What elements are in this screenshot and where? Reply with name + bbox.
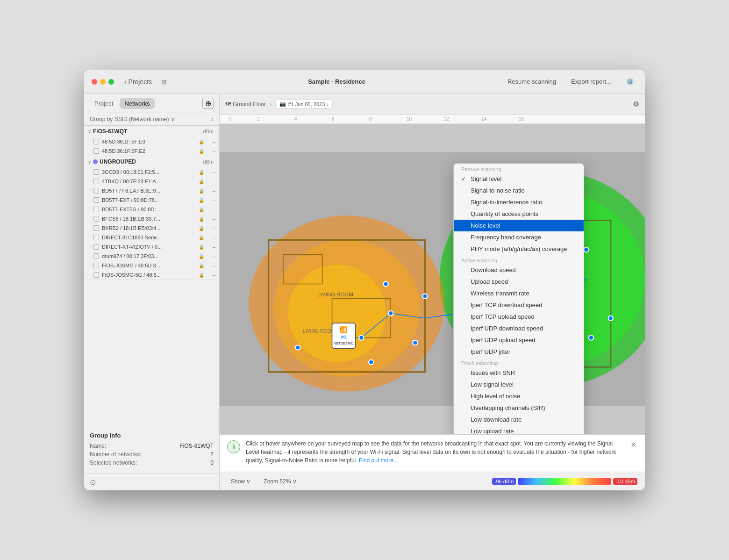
- list-item[interactable]: BD5T7-EXT5G / 90:8D:... 🔒 –: [84, 205, 219, 214]
- titlebar-actions: Resume scanning Export report... ⚙️: [504, 76, 637, 87]
- tab-networks[interactable]: Networks: [120, 98, 154, 109]
- network-checkbox[interactable]: [93, 235, 99, 240]
- dropdown-item-download-speed[interactable]: Download speed: [454, 264, 584, 276]
- resume-scanning-button[interactable]: Resume scanning: [504, 76, 560, 87]
- network-checkbox[interactable]: [93, 179, 99, 184]
- network-checkbox[interactable]: [93, 253, 99, 259]
- network-checkbox[interactable]: [93, 188, 99, 194]
- dropdown-item-issues-snr[interactable]: Issues with SNR: [454, 367, 584, 379]
- close-button[interactable]: [92, 79, 97, 85]
- dropdown-item-qty-ap[interactable]: Quantity of access points: [454, 208, 584, 220]
- dropdown-item-iperf-tcp-ul[interactable]: Iperf TCP upload speed: [454, 311, 584, 323]
- show-button[interactable]: Show ∨: [227, 476, 254, 487]
- dropdown-label-low-download: Low download rate: [471, 416, 576, 423]
- network-checkbox[interactable]: [93, 207, 99, 212]
- add-tab-icon[interactable]: ⊕: [202, 98, 214, 109]
- dropdown-label-issues-snr: Issues with SNR: [471, 369, 576, 376]
- dropdown-item-wireless-transmit[interactable]: Wireless transmit rate: [454, 287, 584, 299]
- network-mac: 4TBXQ / 00:7F:28:E1:A...: [102, 179, 199, 184]
- dropdown-label-overlapping: Overlapping channels (SIR): [471, 404, 576, 411]
- info-close-button[interactable]: ✕: [629, 439, 637, 450]
- svg-point-30: [369, 360, 373, 365]
- maximize-button[interactable]: [108, 79, 114, 85]
- network-checkbox[interactable]: [93, 272, 99, 278]
- dropdown-item-iperf-udp-dl[interactable]: Iperf UDP download speed: [454, 323, 584, 334]
- layout-icon-button[interactable]: ⊞: [158, 77, 170, 86]
- dropdown-menu[interactable]: Passive scanning ✓ Signal level Signal-t…: [453, 163, 584, 434]
- network-checkbox[interactable]: [93, 169, 99, 175]
- dropdown-label-iperf-tcp-dl: Iperf TCP download speed: [471, 302, 576, 309]
- tab-project[interactable]: Project: [90, 98, 118, 109]
- list-item[interactable]: BD5T7 / F8:E4:FB:3E:9... 🔒 –: [84, 186, 219, 195]
- group-info-row-selected: Selected networks: 0: [90, 459, 214, 466]
- network-mac: BD5T7-EXT5G / 90:8D:...: [102, 207, 199, 212]
- dropdown-item-high-noise[interactable]: High level of noise: [454, 390, 584, 402]
- network-group-header-ungrouped[interactable]: ∨ UNGROUPED dBm: [84, 156, 219, 167]
- list-item[interactable]: DIRECT-KT-VIZIOTV / 0... 🔒 –: [84, 242, 219, 251]
- list-item[interactable]: BXRB2 / 18:1B:EB:03:4... 🔒 –: [84, 223, 219, 233]
- dropdown-item-low-signal[interactable]: Low signal level: [454, 379, 584, 390]
- lock-icon: 🔒: [199, 273, 204, 278]
- network-checkbox[interactable]: [93, 197, 99, 203]
- list-item[interactable]: FiOS-JOSMG / 48:5D:3... 🔒 –: [84, 261, 219, 270]
- lock-icon: 🔒: [199, 263, 204, 268]
- sidebar-collapse-button[interactable]: ⊙: [90, 478, 96, 487]
- settings-icon-button[interactable]: ⚙️: [622, 76, 637, 87]
- list-item[interactable]: 48:5D:36:1F:5F:E2 🔒 –: [84, 146, 219, 156]
- filter-icon-button[interactable]: ⚙: [633, 100, 639, 108]
- network-checkbox[interactable]: [93, 244, 99, 250]
- dropdown-item-snr[interactable]: Signal-to-noise ratio: [454, 185, 584, 196]
- scan-selector-button[interactable]: 📷 #1 Jun 05, 2023 ›: [275, 100, 333, 108]
- network-signal: –: [206, 188, 215, 194]
- dropdown-item-iperf-udp-jitter[interactable]: Iperf UDP jitter: [454, 346, 584, 358]
- info-link[interactable]: Find out more...: [359, 457, 398, 464]
- dropdown-item-low-upload[interactable]: Low upload rate: [454, 425, 584, 434]
- group-by-label[interactable]: Group by SSID (Network name) ∨: [90, 116, 175, 122]
- dropdown-item-phy-mode[interactable]: PHY mode (a/b/g/n/ac/ax) coverage: [454, 243, 584, 255]
- zoom-button[interactable]: Zoom 52% ∨: [260, 476, 300, 487]
- list-item[interactable]: 4TBXQ / 00:7F:28:E1:A... 🔒 –: [84, 177, 219, 186]
- ruler-label-14: 14: [481, 116, 486, 122]
- traffic-lights: [92, 79, 114, 85]
- dropdown-item-upload-speed[interactable]: Upload speed: [454, 276, 584, 287]
- dropdown-item-iperf-udp-ul[interactable]: Iperf UDP upload speed: [454, 334, 584, 346]
- lock-icon: 🔒: [199, 149, 204, 154]
- dropdown-item-sir[interactable]: Signal-to-interference ratio: [454, 196, 584, 208]
- network-mac: 48:5D:36:1F:5F:E0: [102, 139, 199, 144]
- group-info-name-label: Name:: [90, 443, 106, 449]
- network-checkbox[interactable]: [93, 263, 99, 268]
- network-signal: –: [206, 179, 215, 184]
- list-item[interactable]: drum974 / 00:17:3F:03... 🔒 –: [84, 251, 219, 261]
- list-item[interactable]: 48:5D:36:1F:5F:E0 🔒 –: [84, 137, 219, 146]
- list-item[interactable]: 3OCD3 / 00:18:01:F2:5... 🔒 –: [84, 167, 219, 177]
- list-item[interactable]: BD5T7-EXT / 90:8D:78... 🔒 –: [84, 195, 219, 205]
- dropdown-item-noise-level[interactable]: Noise level: [454, 220, 584, 231]
- scale-min-label: -96 dBm: [492, 478, 516, 485]
- dropdown-item-overlapping[interactable]: Overlapping channels (SIR): [454, 402, 584, 414]
- lock-icon: 🔒: [199, 179, 204, 184]
- minimize-button[interactable]: [100, 79, 106, 85]
- dropdown-label-low-signal: Low signal level: [471, 381, 576, 388]
- list-item[interactable]: FiOS-JOSMG-5G / 48:5... 🔒 –: [84, 270, 219, 280]
- list-item[interactable]: DIRECT-81C1860 Serie... 🔒 –: [84, 233, 219, 242]
- network-checkbox[interactable]: [93, 225, 99, 231]
- list-item[interactable]: BFCS6 / 18:1B:EB:33:7... 🔒 –: [84, 214, 219, 223]
- map-canvas[interactable]: LIVING ROOM LIVING ROOM: [220, 124, 645, 434]
- dropdown-item-iperf-tcp-dl[interactable]: Iperf TCP download speed: [454, 299, 584, 311]
- export-report-button[interactable]: Export report...: [567, 76, 615, 87]
- dropdown-item-freq-band[interactable]: Frequency band coverage: [454, 231, 584, 243]
- window-title: Sample - Residence: [173, 78, 500, 85]
- network-mac: BD5T7 / F8:E4:FB:3E:9...: [102, 188, 199, 194]
- scan-chevron: ›: [327, 101, 329, 107]
- network-group-header-fios[interactable]: ∨ FiOS-61WQT dBm: [84, 126, 219, 137]
- floor-selector-button[interactable]: 🗺 Ground Floor: [225, 101, 266, 108]
- network-checkbox[interactable]: [93, 139, 99, 144]
- network-checkbox[interactable]: [93, 216, 99, 222]
- network-checkbox[interactable]: [93, 148, 99, 154]
- dropdown-item-low-download[interactable]: Low download rate: [454, 414, 584, 425]
- lock-icon: 🔒: [199, 216, 204, 222]
- back-projects-button[interactable]: ‹ Projects: [122, 77, 155, 86]
- info-icon: ℹ: [227, 440, 240, 453]
- dropdown-item-signal-level[interactable]: ✓ Signal level: [454, 173, 584, 185]
- sort-icon[interactable]: ↕: [211, 116, 214, 122]
